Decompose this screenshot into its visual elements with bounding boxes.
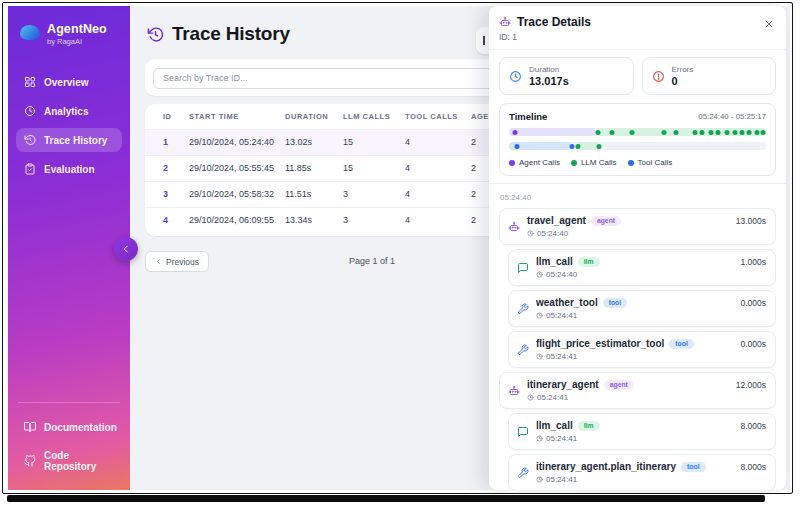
brand-name: AgentNeo: [47, 22, 107, 36]
event-type-badge: tool: [669, 339, 693, 349]
event-type-badge: llm: [578, 257, 600, 267]
event-card[interactable]: travel_agentagent13.000s05:24:40: [499, 208, 776, 245]
sidebar-footer-nav: DocumentationCode Repository: [16, 415, 122, 478]
clock-icon: [536, 312, 543, 319]
event-card[interactable]: llm_callllm8.000s05:24:41: [508, 413, 776, 450]
timeline-segment: [509, 128, 596, 136]
close-icon: [764, 19, 774, 29]
legend-item: LLM Calls: [571, 158, 617, 167]
event-duration: 13.000s: [736, 216, 766, 226]
trace-id-cell[interactable]: 3: [145, 181, 189, 207]
timeline-event-dot: [514, 144, 519, 149]
clock-icon: [536, 271, 543, 278]
table-cell: 15: [343, 129, 405, 155]
legend-label: Tool Calls: [638, 158, 673, 167]
sidebar-collapse-button[interactable]: [114, 237, 138, 261]
sidebar-item-label: Evaluation: [44, 164, 95, 175]
event-card[interactable]: weather_tooltool0.000s05:24:41: [508, 290, 776, 327]
event-card[interactable]: itinerary_agent.plan_itinerarytool8.000s…: [508, 454, 776, 490]
timeline-event-dot: [595, 130, 600, 135]
timeline-track: [509, 142, 766, 150]
timeline-event-dot: [708, 130, 713, 135]
column-header: LLM CALLS: [343, 105, 405, 129]
chevron-left-icon: [121, 244, 131, 254]
timeline-legend: Agent CallsLLM CallsTool Calls: [509, 158, 766, 167]
previous-page-button[interactable]: Previous: [145, 251, 209, 272]
table-cell: 11.85s: [285, 155, 343, 181]
event-type-badge: llm: [578, 421, 600, 431]
stat-card-duration: Duration13.017s: [499, 57, 634, 95]
legend-dot-icon: [628, 160, 634, 166]
sidebar-item-analytics[interactable]: Analytics: [16, 99, 122, 123]
table-cell: 15: [343, 155, 405, 181]
event-duration: 1.000s: [740, 257, 766, 267]
sidebar-item-label: Analytics: [44, 106, 88, 117]
trace-id-cell[interactable]: 4: [145, 207, 189, 233]
event-name: llm_call: [536, 420, 573, 431]
legend-label: Agent Calls: [519, 158, 560, 167]
sidebar-item-trace-history[interactable]: Trace History: [16, 128, 122, 152]
table-cell: 29/10/2024, 06:09:55: [189, 207, 285, 233]
event-duration: 8.000s: [740, 462, 766, 472]
event-name: flight_price_estimator_tool: [536, 338, 664, 349]
event-time: 05:24:41: [546, 352, 577, 361]
timeline-event-dot: [596, 144, 601, 149]
stat-value: 0: [672, 75, 694, 87]
sidebar-item-evaluation[interactable]: Evaluation: [16, 157, 122, 181]
event-card[interactable]: itinerary_agentagent12.000s05:24:41: [499, 372, 776, 409]
stats-row: Duration13.017sErrors0: [499, 57, 776, 95]
event-time: 05:24:40: [546, 270, 577, 279]
chat-icon: [517, 426, 529, 438]
sidebar-item-documentation[interactable]: Documentation: [16, 415, 122, 439]
close-panel-button[interactable]: [762, 15, 776, 34]
sidebar-nav: OverviewAnalyticsTrace HistoryEvaluation: [16, 70, 122, 181]
wrench-icon: [517, 344, 529, 356]
column-header: TOOL CALLS: [405, 105, 471, 129]
clock-icon: [527, 394, 534, 401]
sidebar-item-label: Code Repository: [44, 450, 114, 472]
timeline-event-dot: [674, 130, 679, 135]
alert-icon: [652, 70, 665, 83]
events-list: travel_agentagent13.000s05:24:40llm_call…: [499, 208, 776, 490]
trace-id-cell[interactable]: 1: [145, 129, 189, 155]
robot-icon: [508, 385, 520, 397]
legend-item: Tool Calls: [628, 158, 673, 167]
app-window: AgentNeo by RagaAI OverviewAnalyticsTrac…: [2, 2, 793, 494]
event-duration: 12.000s: [736, 380, 766, 390]
event-name: weather_tool: [536, 297, 598, 308]
event-duration: 8.000s: [740, 421, 766, 431]
stat-card-errors: Errors0: [642, 57, 777, 95]
sidebar-item-overview[interactable]: Overview: [16, 70, 122, 94]
event-type-badge: tool: [681, 462, 705, 472]
timeline-event-dot: [747, 130, 752, 135]
table-cell: 3: [343, 207, 405, 233]
page-header: Trace History: [147, 23, 290, 45]
panel-title: Trace Details: [517, 15, 591, 29]
event-duration: 0.000s: [740, 339, 766, 349]
trace-id-cell[interactable]: 2: [145, 155, 189, 181]
table-cell: 13.02s: [285, 129, 343, 155]
clock-icon: [509, 70, 522, 83]
column-header: ID: [145, 105, 189, 129]
sidebar-item-code-repository[interactable]: Code Repository: [16, 444, 122, 478]
timeline-event-dot: [699, 130, 704, 135]
trace-id-label: ID: 1: [499, 32, 591, 42]
event-duration: 0.000s: [740, 298, 766, 308]
window-bottom-bezel: [7, 495, 765, 502]
timeline-card: Timeline 05:24:40 - 05:25:17 Agent Calls…: [499, 103, 776, 176]
page-indicator: Page 1 of 1: [349, 256, 395, 266]
sidebar-item-label: Overview: [44, 77, 88, 88]
event-card[interactable]: flight_price_estimator_tooltool0.000s05:…: [508, 331, 776, 368]
analytics-icon: [24, 105, 36, 117]
events-section-time: 05:24:40: [500, 193, 776, 202]
timeline-label: Timeline: [509, 111, 547, 122]
agentneo-logo-icon: [20, 25, 40, 40]
timeline-event-dot: [725, 130, 730, 135]
event-type-badge: agent: [591, 216, 621, 226]
grid-icon: [24, 76, 36, 88]
event-card[interactable]: llm_callllm1.000s05:24:40: [508, 249, 776, 286]
event-type-badge: agent: [604, 380, 634, 390]
book-icon: [24, 421, 36, 433]
table-cell: 4: [405, 207, 471, 233]
wrench-icon: [517, 467, 529, 479]
